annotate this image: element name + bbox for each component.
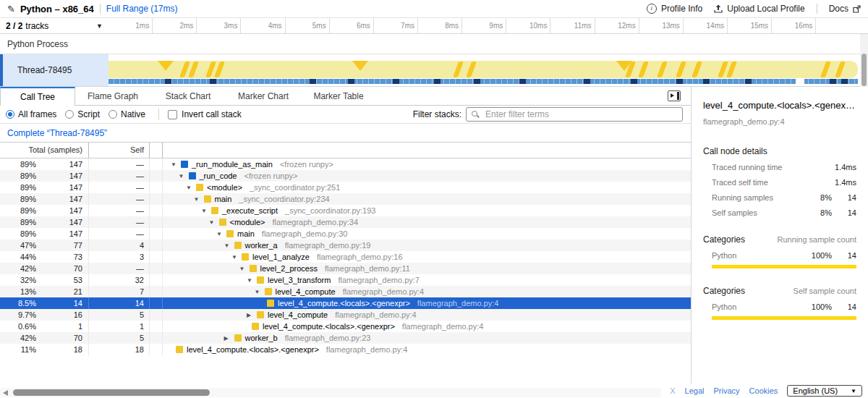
- expander-open-icon[interactable]: ▼: [239, 266, 250, 272]
- expander-open-icon[interactable]: ▼: [200, 208, 211, 214]
- category-value: 14: [832, 251, 856, 260]
- row-self-samples: —: [89, 193, 150, 205]
- edit-pencil-icon[interactable]: ✎: [7, 4, 15, 14]
- table-row[interactable]: 89%147—▼<module>_sync_coordinator.py:251: [0, 182, 691, 193]
- table-row[interactable]: 44%733▼level_1_analyzeflamegraph_demo.py…: [0, 251, 691, 263]
- table-row[interactable]: 89%147—▼main_sync_coordinator.py:234: [0, 193, 691, 205]
- upload-label: Upload Local Profile: [727, 4, 804, 14]
- timeline-tick: 16ms: [772, 18, 816, 33]
- tab-marker-table[interactable]: Marker Table: [301, 87, 376, 105]
- sample-dark-segment: [841, 79, 848, 84]
- sidebar-toggle-icon[interactable]: [668, 90, 681, 101]
- footer-link-legal[interactable]: Legal: [685, 386, 705, 395]
- process-track-header[interactable]: Python Process: [0, 34, 868, 54]
- footer-link-x[interactable]: X: [670, 386, 675, 395]
- row-total-samples: 21: [36, 286, 89, 297]
- expander-open-icon[interactable]: ▼: [254, 289, 265, 295]
- track-marker-slash: [214, 62, 225, 77]
- sample-dark-segment: [310, 79, 316, 84]
- node-location: flamegraph_demo.py:23: [285, 334, 371, 342]
- expander-open-icon[interactable]: ▼: [231, 254, 242, 261]
- filter-input[interactable]: [466, 107, 683, 122]
- table-row[interactable]: 89%147—▼mainflamegraph_demo.py:30: [0, 228, 691, 240]
- profile-info-button[interactable]: i Profile Info: [647, 4, 702, 14]
- category-square-icon: [226, 230, 234, 237]
- thread-track[interactable]: [109, 54, 858, 86]
- category-row: Python100%14: [703, 302, 856, 311]
- row-node: level_4_compute.<locals>.<genexpr>flameg…: [163, 297, 691, 309]
- table-row[interactable]: 13%217▼level_4_computeflamegraph_demo.py…: [0, 286, 691, 297]
- column-header-total[interactable]: Total (samples): [0, 143, 89, 158]
- radio-all-frames[interactable]: All frames: [6, 109, 56, 119]
- node-name: <module>: [230, 218, 265, 226]
- table-row[interactable]: 42%705▶worker_bflamegraph_demo.py:23: [0, 332, 691, 344]
- expander-open-icon[interactable]: ▼: [185, 185, 196, 191]
- expander-open-icon[interactable]: ▼: [178, 173, 189, 179]
- expander-closed-icon[interactable]: ▶: [224, 335, 234, 342]
- column-header-self[interactable]: Self: [89, 143, 150, 158]
- expander-open-icon[interactable]: ▼: [224, 242, 234, 249]
- timeline-tick: 11ms: [550, 18, 595, 33]
- category-bar: [712, 265, 856, 268]
- detail-percent: 8%: [800, 208, 832, 217]
- vertical-scrollbar-thumb[interactable]: [861, 54, 867, 86]
- row-total-samples: 53: [36, 274, 89, 286]
- table-row[interactable]: 11%1818level_4_compute.<locals>.<genexpr…: [0, 344, 691, 355]
- table-row[interactable]: 8.5%1414level_4_compute.<locals>.<genexp…: [0, 297, 691, 309]
- timeline-tick: 2ms: [153, 18, 197, 33]
- docs-link[interactable]: Docs: [829, 4, 861, 14]
- row-self-samples: 7: [89, 286, 150, 297]
- upload-profile-button[interactable]: Upload Local Profile: [714, 4, 804, 14]
- row-spacer: [150, 216, 163, 228]
- tab-marker-chart[interactable]: Marker Chart: [226, 87, 301, 105]
- language-select[interactable]: English (US) ▼: [787, 385, 862, 397]
- category-square-icon: [257, 276, 264, 284]
- table-row[interactable]: 89%147—▼<module>flamegraph_demo.py:34: [0, 216, 691, 228]
- tracks-dropdown[interactable]: 2 / 2 tracks ▼: [0, 18, 109, 33]
- table-row[interactable]: 9.7%165▶level_4_computeflamegraph_demo.p…: [0, 309, 691, 321]
- full-range-link[interactable]: Full Range (17ms): [106, 4, 178, 14]
- language-value: English (US): [793, 386, 838, 395]
- filter-stacks-group: Filter stacks:: [413, 107, 683, 122]
- sample-dark-segment: [584, 79, 590, 84]
- tab-flame-graph[interactable]: Flame Graph: [75, 87, 150, 105]
- radio-native[interactable]: Native: [109, 109, 145, 119]
- row-self-samples: 3: [89, 251, 150, 263]
- node-location: flamegraph_demo.py:4: [326, 345, 408, 354]
- footer-link-cookies[interactable]: Cookies: [749, 386, 778, 395]
- row-self-samples: —: [89, 228, 150, 240]
- upload-icon: [714, 4, 723, 13]
- footer-link-privacy[interactable]: Privacy: [714, 386, 740, 395]
- tab-call-tree[interactable]: Call Tree: [0, 87, 75, 106]
- thread-track-label[interactable]: Thread-78495: [0, 54, 109, 86]
- invert-call-stack-toggle[interactable]: Invert call stack: [168, 109, 242, 119]
- expander-open-icon[interactable]: ▼: [246, 277, 257, 284]
- profile-info-label: Profile Info: [661, 4, 702, 14]
- expander-open-icon[interactable]: ▼: [170, 161, 181, 168]
- tracks-count-suffix: tracks: [25, 21, 48, 31]
- timeline-tick: 8ms: [418, 18, 462, 33]
- table-row[interactable]: 42%70—▼level_2_processflamegraph_demo.py…: [0, 263, 691, 274]
- tab-stack-chart[interactable]: Stack Chart: [150, 87, 226, 105]
- expander-open-icon[interactable]: ▼: [193, 196, 204, 203]
- radio-script[interactable]: Script: [65, 109, 100, 119]
- frame-filter-radios: All framesScriptNative: [6, 109, 154, 119]
- table-row[interactable]: 89%147—▼_run_code<frozen runpy>: [0, 170, 691, 182]
- table-row[interactable]: 47%774▼worker_aflamegraph_demo.py:19: [0, 240, 691, 251]
- horizontal-scrollbar-thumb[interactable]: [13, 389, 210, 396]
- breadcrumb[interactable]: Complete “Thread-78495”: [7, 128, 107, 138]
- table-row[interactable]: 89%147—▼_run_module_as_main<frozen runpy…: [0, 158, 691, 170]
- table-row[interactable]: 32%5332▼level_3_transformflamegraph_demo…: [0, 274, 691, 286]
- node-name: level_4_compute: [268, 310, 328, 319]
- table-row[interactable]: 0.6%11level_4_compute.<locals>.<genexpr>…: [0, 321, 691, 332]
- node-location: flamegraph_demo.py:7: [338, 276, 420, 284]
- row-node: ▼_execute_script_sync_coordinator.py:193: [163, 205, 691, 216]
- table-row[interactable]: 89%147—▼_execute_script_sync_coordinator…: [0, 205, 691, 216]
- row-total-samples: 14: [36, 297, 89, 309]
- row-spacer: [150, 286, 163, 297]
- expander-open-icon[interactable]: ▼: [208, 219, 219, 226]
- expander-closed-icon[interactable]: ▶: [246, 312, 257, 318]
- expander-open-icon[interactable]: ▼: [216, 231, 226, 237]
- node-name: <module>: [207, 183, 242, 192]
- scroll-left-arrow-icon[interactable]: [3, 390, 8, 396]
